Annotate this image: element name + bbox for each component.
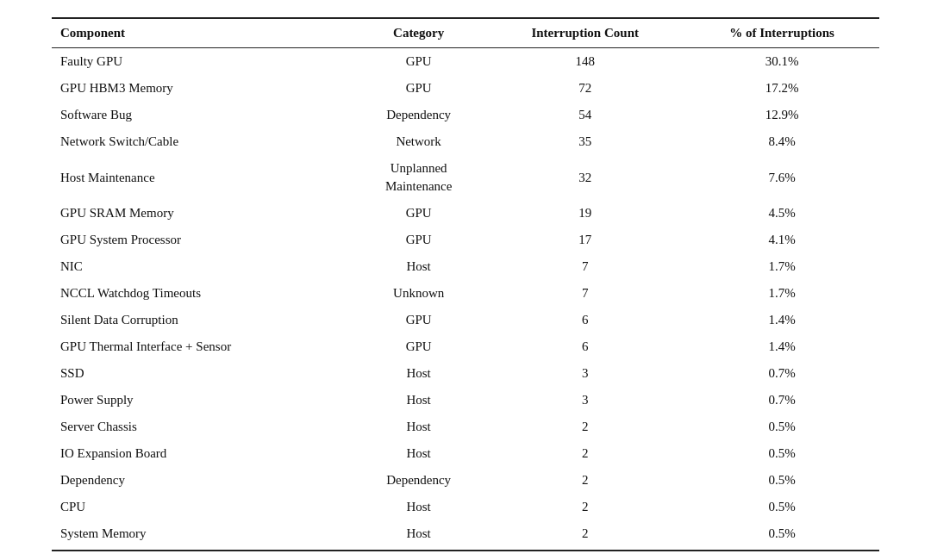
col-header-interruption-count: Interruption Count [485, 18, 684, 48]
cell-count: 17 [485, 227, 684, 253]
cell-component: SSD [52, 360, 352, 387]
cell-count: 7 [485, 253, 684, 280]
cell-component: NCCL Watchdog Timeouts [52, 280, 352, 307]
cell-category: Host [352, 494, 485, 520]
cell-count: 6 [485, 307, 684, 333]
cell-pct: 1.7% [684, 253, 879, 280]
table-row: System MemoryHost20.5% [52, 520, 879, 551]
cell-category: Host [352, 414, 485, 440]
cell-category: Dependency [352, 102, 485, 128]
cell-count: 2 [485, 414, 684, 440]
table-row: CPUHost20.5% [52, 494, 879, 520]
cell-category: GPU [352, 307, 485, 333]
cell-pct: 0.5% [684, 467, 879, 494]
cell-pct: 0.7% [684, 360, 879, 387]
cell-count: 7 [485, 280, 684, 307]
cell-count: 3 [485, 387, 684, 414]
cell-category: Network [352, 128, 485, 155]
cell-pct: 7.6% [684, 155, 879, 200]
cell-count: 2 [485, 520, 684, 551]
cell-component: System Memory [52, 520, 352, 551]
cell-pct: 4.5% [684, 200, 879, 227]
table-row: NCCL Watchdog TimeoutsUnknown71.7% [52, 280, 879, 307]
table-row: Server ChassisHost20.5% [52, 414, 879, 440]
cell-category: Unknown [352, 280, 485, 307]
col-header-pct-interruptions: % of Interruptions [684, 18, 879, 48]
cell-category: Host [352, 360, 485, 387]
table-row: Host MaintenanceUnplannedMaintenance327.… [52, 155, 879, 200]
cell-count: 148 [485, 48, 684, 76]
cell-component: Faulty GPU [52, 48, 352, 76]
cell-component: Power Supply [52, 387, 352, 414]
cell-pct: 12.9% [684, 102, 879, 128]
cell-count: 32 [485, 155, 684, 200]
interruptions-table-container: Component Category Interruption Count % … [52, 17, 879, 551]
cell-category: Host [352, 387, 485, 414]
cell-pct: 4.1% [684, 227, 879, 253]
col-header-component: Component [52, 18, 352, 48]
table-row: NICHost71.7% [52, 253, 879, 280]
table-row: Faulty GPUGPU14830.1% [52, 48, 879, 76]
cell-count: 3 [485, 360, 684, 387]
cell-component: Host Maintenance [52, 155, 352, 200]
cell-category: UnplannedMaintenance [352, 155, 485, 200]
cell-component: GPU SRAM Memory [52, 200, 352, 227]
table-row: GPU System ProcessorGPU174.1% [52, 227, 879, 253]
cell-pct: 0.5% [684, 520, 879, 551]
cell-component: NIC [52, 253, 352, 280]
col-header-category: Category [352, 18, 485, 48]
cell-pct: 0.5% [684, 414, 879, 440]
cell-category: GPU [352, 200, 485, 227]
cell-component: Silent Data Corruption [52, 307, 352, 333]
table-row: Power SupplyHost30.7% [52, 387, 879, 414]
cell-pct: 0.7% [684, 387, 879, 414]
cell-component: Dependency [52, 467, 352, 494]
cell-pct: 0.5% [684, 440, 879, 467]
table-row: DependencyDependency20.5% [52, 467, 879, 494]
cell-component: Software Bug [52, 102, 352, 128]
cell-category: GPU [352, 75, 485, 102]
cell-pct: 0.5% [684, 494, 879, 520]
table-header-row: Component Category Interruption Count % … [52, 18, 879, 48]
cell-pct: 30.1% [684, 48, 879, 76]
cell-component: Server Chassis [52, 414, 352, 440]
cell-component: Network Switch/Cable [52, 128, 352, 155]
table-row: GPU HBM3 MemoryGPU7217.2% [52, 75, 879, 102]
table-row: Software BugDependency5412.9% [52, 102, 879, 128]
cell-pct: 8.4% [684, 128, 879, 155]
cell-count: 2 [485, 494, 684, 520]
table-row: IO Expansion BoardHost20.5% [52, 440, 879, 467]
table-row: Network Switch/CableNetwork358.4% [52, 128, 879, 155]
cell-count: 2 [485, 440, 684, 467]
table-row: Silent Data CorruptionGPU61.4% [52, 307, 879, 333]
table-row: SSDHost30.7% [52, 360, 879, 387]
cell-category: Host [352, 520, 485, 551]
cell-category: GPU [352, 333, 485, 360]
cell-count: 72 [485, 75, 684, 102]
cell-component: GPU HBM3 Memory [52, 75, 352, 102]
cell-category: GPU [352, 227, 485, 253]
cell-pct: 1.4% [684, 333, 879, 360]
cell-count: 54 [485, 102, 684, 128]
cell-count: 6 [485, 333, 684, 360]
interruptions-table: Component Category Interruption Count % … [52, 17, 879, 551]
cell-pct: 1.7% [684, 280, 879, 307]
cell-category: GPU [352, 48, 485, 76]
cell-category: Dependency [352, 467, 485, 494]
cell-component: CPU [52, 494, 352, 520]
cell-component: IO Expansion Board [52, 440, 352, 467]
cell-count: 2 [485, 467, 684, 494]
cell-component: GPU Thermal Interface + Sensor [52, 333, 352, 360]
table-row: GPU SRAM MemoryGPU194.5% [52, 200, 879, 227]
cell-pct: 1.4% [684, 307, 879, 333]
cell-component: GPU System Processor [52, 227, 352, 253]
cell-count: 35 [485, 128, 684, 155]
cell-category: Host [352, 253, 485, 280]
cell-category: Host [352, 440, 485, 467]
table-row: GPU Thermal Interface + SensorGPU61.4% [52, 333, 879, 360]
cell-count: 19 [485, 200, 684, 227]
cell-pct: 17.2% [684, 75, 879, 102]
